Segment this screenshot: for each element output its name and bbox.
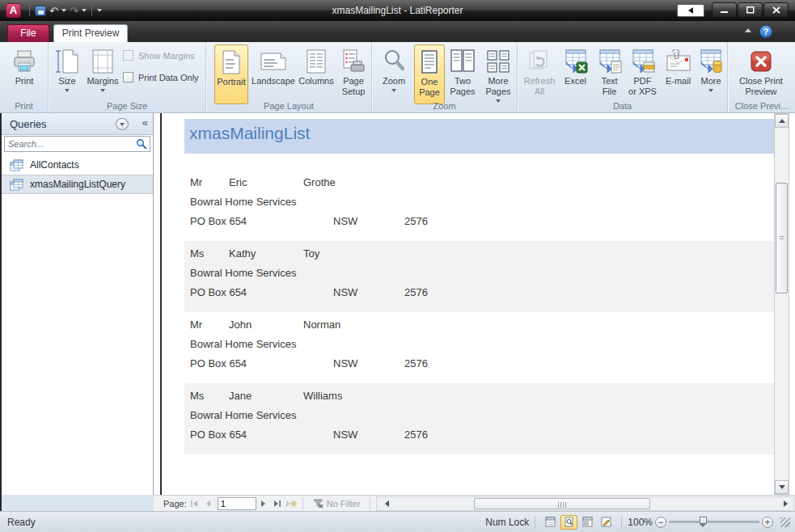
scroll-down-button[interactable] [775,480,789,494]
titlebar-arrow-button[interactable] [677,4,704,17]
nav-pane-menu-button[interactable] [116,118,129,130]
two-pages-button[interactable]: Two Pages [446,44,479,104]
resize-grip[interactable] [780,517,790,527]
columns-button[interactable]: Columns [298,44,335,104]
email-icon [665,47,692,76]
last-page-icon [273,499,282,509]
group-label-print: Print [0,101,48,111]
no-filter-button[interactable]: No Filter [308,496,366,511]
last-page-button[interactable] [272,497,284,510]
landscape-label: Landscape [252,76,295,87]
separator [621,516,622,529]
undo-dropdown-icon[interactable] [61,9,66,12]
export-pdf-xps-button[interactable]: PDF or XPS [626,44,659,104]
design-view-button[interactable] [598,515,615,530]
email-button[interactable]: E-mail [661,44,696,104]
ribbon-group-zoom: Zoom One Page Two Pa [372,42,518,112]
show-margins-checkbox[interactable] [123,50,133,61]
help-icon[interactable] [759,25,772,38]
excel-label: Excel [565,76,586,87]
report-records: Mr Eric Grothe Bowral Home Services PO B… [184,170,774,454]
more-pages-button[interactable]: More Pages [480,44,516,104]
tab-print-preview[interactable]: Print Preview [53,24,128,42]
chevron-down-icon [120,123,125,126]
zoom-slider-track[interactable] [669,521,759,523]
page-setup-label: Page Setup [342,76,366,97]
previous-page-icon [203,499,213,509]
magnifier-icon [382,47,406,76]
undo-icon[interactable] [49,5,58,17]
postcode-value: 2576 [404,215,428,227]
landscape-button[interactable]: Landscape [250,44,297,104]
margins-button[interactable]: Margins [84,44,121,104]
print-data-only-checkbox[interactable] [123,72,133,82]
export-excel-button[interactable]: Excel [559,44,592,104]
print-label: Print [15,76,34,87]
close-button[interactable] [763,2,789,18]
postcode-value: 2576 [404,357,428,369]
shutter-bar-close-icon[interactable] [142,116,148,129]
search-icon[interactable] [136,138,147,150]
portrait-label: Portrait [217,77,245,87]
print-preview-area[interactable]: xmasMailingList Mr Eric Grothe Bowral Ho… [154,113,795,495]
minimize-button[interactable] [712,2,737,18]
zoom-out-button[interactable] [655,517,666,528]
zoom-label: Zoom [383,76,405,87]
margins-dropdown-icon [100,89,105,92]
access-app-icon[interactable]: A [6,3,21,18]
scroll-left-button[interactable] [380,497,393,510]
zoom-button[interactable]: Zoom [375,44,412,104]
no-filter-label: No Filter [327,499,361,509]
pdf-or-xps-label: PDF or XPS [628,76,657,97]
print-button[interactable]: Print [6,44,42,104]
close-print-preview-icon [750,47,772,76]
close-icon [772,6,780,14]
vertical-scroll-thumb[interactable] [776,183,788,293]
previous-page-button[interactable] [202,497,214,510]
next-page-button[interactable] [258,497,270,510]
nav-pane-title: Queries [10,118,47,130]
size-button[interactable]: Size [52,44,82,104]
page-setup-button[interactable]: Page Setup [336,44,370,104]
layout-view-button[interactable] [579,515,596,530]
postcode-value: 2576 [404,286,428,298]
customize-qat-icon[interactable] [97,9,102,12]
two-pages-icon [450,47,475,76]
state-value: NSW [333,215,357,227]
report-page[interactable]: xmasMailingList Mr Eric Grothe Bowral Ho… [164,113,774,495]
first-page-button[interactable] [188,497,201,510]
nav-item-xmasmailinglistquery[interactable]: xmasMailingListQuery [2,175,153,194]
horizontal-scroll-thumb[interactable] [474,498,650,509]
tab-file[interactable]: File [7,24,49,42]
print-preview-view-button[interactable] [560,515,577,530]
more-export-button[interactable]: More [697,44,725,104]
redo-dropdown-icon[interactable] [82,9,87,12]
one-page-button[interactable]: One Page [414,44,445,104]
query-icon [10,159,23,171]
redo-icon [70,5,78,17]
horizontal-scrollbar[interactable] [376,496,794,511]
maximize-button[interactable] [738,2,763,18]
nav-item-allcontacts[interactable]: AllContacts [2,155,153,175]
minimize-ribbon-icon[interactable] [745,28,751,32]
current-page-input[interactable] [218,497,256,510]
scroll-up-button[interactable] [775,114,789,128]
nav-pane-header[interactable]: Queries [2,113,153,135]
save-icon[interactable] [35,6,46,16]
report-record: Mr Eric Grothe Bowral Home Services PO B… [184,170,774,241]
report-view-button[interactable] [542,515,559,530]
scroll-right-button[interactable] [779,497,792,510]
separator [535,516,535,529]
state-value: NSW [333,357,357,369]
vertical-scrollbar[interactable] [774,113,789,495]
close-print-preview-button[interactable]: Close Print Preview [732,44,790,104]
export-text-file-button[interactable]: Text File [594,44,625,104]
report-header-band: xmasMailingList [184,119,774,154]
zoom-slider-thumb[interactable] [700,517,707,524]
first-page-icon [189,499,199,509]
window-controls [711,2,789,18]
report-record: Ms Jane Williams Bowral Home Services PO… [184,383,774,454]
zoom-in-button[interactable] [762,517,773,528]
portrait-button[interactable]: Portrait [214,44,248,104]
search-input[interactable] [5,139,136,149]
